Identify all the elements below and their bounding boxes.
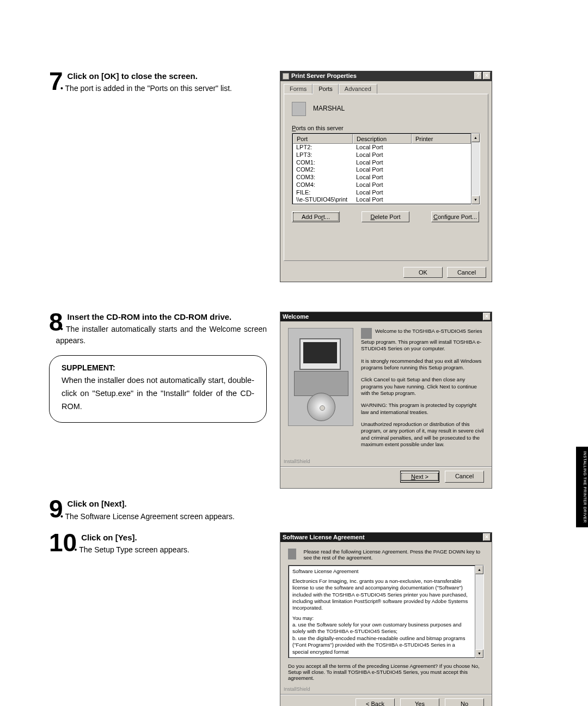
cancel-button[interactable]: Cancel bbox=[445, 471, 484, 483]
step-bullet: The port is added in the "Ports on this … bbox=[49, 83, 267, 94]
dialog-title-text: Software License Agreement bbox=[283, 534, 365, 540]
dialog-titlebar: Welcome × bbox=[280, 312, 492, 321]
step-number-10: 10 bbox=[49, 530, 77, 555]
license-text: b. use the digitally-encoded machine-rea… bbox=[292, 635, 471, 655]
scrollbar[interactable]: ▲ ▼ bbox=[471, 133, 480, 204]
installshield-label: InstallShield bbox=[284, 686, 492, 692]
back-button[interactable]: < Back bbox=[356, 698, 395, 706]
table-row: COM1:Local Port bbox=[293, 159, 471, 167]
installshield-label: InstallShield bbox=[284, 459, 492, 464]
server-name: MARSHAL bbox=[313, 105, 345, 112]
welcome-dialog: Welcome × Welcome to the TOSHIBA e-STUDI… bbox=[280, 312, 492, 489]
supplement-title: SUPPLEMENT: bbox=[62, 363, 254, 372]
tab-forms[interactable]: Forms bbox=[284, 84, 313, 94]
ports-table: Port Description Printer LPT2:Local Port… bbox=[292, 133, 480, 205]
document-icon bbox=[288, 549, 296, 559]
help-button[interactable]: ? bbox=[474, 72, 482, 80]
tab-advanced[interactable]: Advanced bbox=[339, 84, 377, 94]
column-header-port[interactable]: Port bbox=[293, 134, 353, 144]
license-text-box: Software License Agreement Electronics F… bbox=[288, 565, 484, 659]
step-heading: Click on [OK] to close the screen. bbox=[49, 71, 267, 82]
step-bullet: The Setup Type screen appears. bbox=[49, 544, 267, 556]
setup-icon bbox=[361, 328, 372, 339]
dialog-titlebar: Software License Agreement × bbox=[280, 533, 492, 542]
window-titlebar: Print Server Properties ? × bbox=[280, 71, 492, 81]
table-row: COM4:Local Port bbox=[293, 181, 471, 189]
printer-icon bbox=[283, 73, 289, 80]
welcome-text: Click Cancel to quit Setup and then clos… bbox=[361, 376, 484, 397]
step-bullet: The installer automatically starts and t… bbox=[49, 324, 267, 346]
next-button[interactable]: Next > bbox=[400, 471, 439, 483]
welcome-text: Unauthorized reproduction or distributio… bbox=[361, 421, 484, 448]
step-bullet: The Software License Agreement screen ap… bbox=[49, 511, 267, 522]
tab-ports[interactable]: Ports bbox=[313, 84, 339, 94]
column-header-description[interactable]: Description bbox=[353, 134, 412, 144]
dialog-title-text: Welcome bbox=[283, 313, 309, 320]
close-button[interactable]: × bbox=[483, 533, 491, 541]
table-row: COM3:Local Port bbox=[293, 174, 471, 181]
step-heading: Click on [Yes]. bbox=[49, 532, 267, 543]
license-text: Software License Agreement bbox=[292, 568, 471, 575]
close-button[interactable]: × bbox=[483, 313, 491, 320]
add-port-button[interactable]: Add Port... bbox=[292, 211, 340, 222]
step-heading: Click on [Next]. bbox=[49, 498, 267, 509]
cancel-button[interactable]: Cancel bbox=[447, 267, 486, 278]
ok-button[interactable]: OK bbox=[403, 267, 443, 278]
welcome-text: It is strongly recommended that you exit… bbox=[361, 358, 484, 372]
license-intro: Please read the following License Agreem… bbox=[304, 549, 484, 561]
table-row: LPT3:Local Port bbox=[293, 151, 471, 159]
side-tab: INSTALLING THE PRINTER DRIVER bbox=[576, 447, 588, 527]
license-agreement-dialog: Software License Agreement × Please read… bbox=[280, 532, 492, 706]
table-row: COM2:Local Port bbox=[293, 166, 471, 174]
supplement-body: When the installer does not automaticall… bbox=[62, 374, 254, 413]
delete-port-button[interactable]: Delete Port bbox=[362, 211, 409, 222]
column-header-printer[interactable]: Printer bbox=[412, 134, 471, 144]
close-button[interactable]: × bbox=[483, 72, 491, 80]
license-text: You may: bbox=[292, 615, 471, 622]
window-title-text: Print Server Properties bbox=[291, 72, 357, 79]
license-text: Electronics For Imaging, Inc. grants you… bbox=[292, 578, 471, 612]
scroll-up-icon[interactable]: ▲ bbox=[475, 565, 483, 574]
welcome-text: WARNING: This program is protected by co… bbox=[361, 402, 484, 416]
scroll-up-icon[interactable]: ▲ bbox=[471, 133, 480, 142]
welcome-text: Welcome to the TOSHIBA e-STUDIO45 Series… bbox=[361, 328, 484, 352]
step-heading: Insert the CD-ROM into the CD-ROM drive. bbox=[49, 312, 267, 322]
license-text: a. use the Software solely for your own … bbox=[292, 622, 471, 635]
server-icon bbox=[292, 102, 306, 116]
table-row: LPT2:Local Port bbox=[293, 144, 471, 151]
scrollbar[interactable]: ▲ ▼ bbox=[475, 565, 483, 658]
no-button[interactable]: No bbox=[445, 698, 484, 706]
table-row: FILE:Local Port bbox=[293, 189, 471, 197]
print-server-properties-window: Print Server Properties ? × FormsPortsAd… bbox=[280, 71, 492, 282]
yes-button[interactable]: Yes bbox=[400, 698, 439, 706]
ports-on-server-label: Ports on this server bbox=[292, 125, 480, 131]
scroll-down-icon[interactable]: ▼ bbox=[471, 196, 480, 204]
scroll-down-icon[interactable]: ▼ bbox=[475, 649, 483, 658]
configure-port-button[interactable]: Configure Port... bbox=[431, 211, 479, 222]
setup-computer-icon bbox=[288, 328, 353, 426]
supplement-box: SUPPLEMENT: When the installer does not … bbox=[49, 355, 267, 423]
license-question: Do you accept all the terms of the prece… bbox=[288, 663, 484, 681]
table-row: \\e-STUDIO45\printLocal Port bbox=[293, 196, 471, 204]
